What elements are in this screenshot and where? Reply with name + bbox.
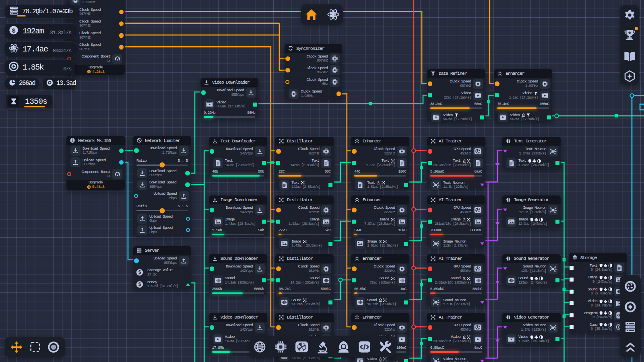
svg-text:$: $ (12, 27, 16, 34)
svg-text:$: $ (138, 282, 141, 287)
svg-text:$: $ (138, 270, 141, 276)
